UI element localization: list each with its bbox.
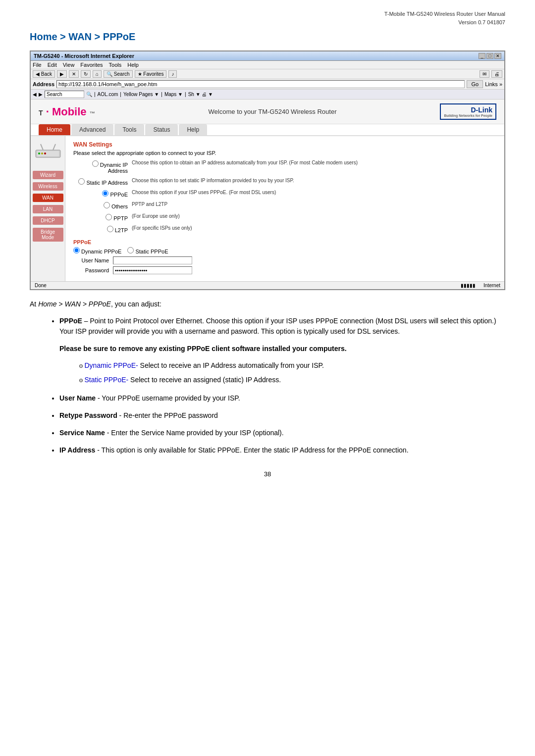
menu-tools[interactable]: Tools	[109, 62, 122, 68]
search-nav-right: ▶	[39, 92, 43, 97]
password-label: Password	[73, 267, 113, 273]
forward-button[interactable]: ▶	[57, 70, 67, 78]
username-input[interactable]	[113, 256, 192, 264]
separator: |	[94, 92, 96, 97]
wan-options: Dynamic IP Address Choose this option to…	[73, 160, 496, 235]
intro-path: Home > WAN > PPPoE	[38, 300, 111, 308]
nav-help[interactable]: Help	[179, 124, 207, 135]
retype-term: Retype Password	[59, 411, 117, 419]
svg-line-2	[41, 144, 43, 150]
nav-tools[interactable]: Tools	[114, 124, 144, 135]
home-nav-button[interactable]: ⌂	[93, 70, 102, 78]
browser-titlebar: TM-G5240 - Microsoft Internet Explorer _…	[31, 51, 504, 61]
more-bullet-list: User Name - Your PPPoE username provided…	[59, 393, 505, 455]
sidebar-wireless[interactable]: Wireless	[33, 182, 63, 191]
manual-title: T-Mobile TM-G5240 Wireless Router User M…	[30, 10, 505, 18]
separator3: |	[161, 92, 162, 97]
browser-title: TM-G5240 - Microsoft Internet Explorer	[34, 53, 134, 59]
separator2: |	[120, 92, 121, 97]
warning-text: Please be sure to remove any existing PP…	[59, 345, 505, 353]
internet-zone: Internet	[483, 283, 500, 288]
nav-status[interactable]: Status	[145, 124, 178, 135]
sidebar-dhcp[interactable]: DHCP	[33, 216, 63, 225]
dynamic-pppoe-link[interactable]: Dynamic PPPoE-	[85, 361, 138, 369]
favorites-button[interactable]: ★ Favorites	[135, 70, 167, 78]
browser-toolbar: ◀ Back ▶ ✕ ↻ ⌂ 🔍 Search ★ Favorites ♪ ✉ …	[31, 69, 504, 79]
wan-desc: Please select the appropriate option to …	[73, 150, 496, 156]
print-button[interactable]: 🖨	[491, 70, 502, 78]
menu-edit[interactable]: Edit	[48, 62, 57, 68]
username-body: Your PPPoE username provided by your ISP…	[102, 394, 240, 402]
maximize-button[interactable]: □	[486, 53, 493, 59]
sidebar-wizard[interactable]: Wizard	[33, 171, 63, 179]
svg-line-3	[53, 144, 55, 150]
menu-file[interactable]: File	[33, 62, 42, 68]
browser-menubar: File Edit View Favorites Tools Help	[31, 61, 504, 69]
stop-button[interactable]: ✕	[69, 70, 79, 78]
nav-home[interactable]: Home	[39, 124, 70, 135]
address-input[interactable]	[56, 80, 465, 88]
radio-pptp[interactable]	[106, 214, 112, 220]
main-bullet-list: PPPoE – Point to Point Protocol over Eth…	[59, 316, 505, 337]
retype-sep: -	[117, 411, 123, 419]
static-ip-label: Static IP Address	[73, 178, 128, 186]
intro-line: At Home > WAN > PPPoE, you can adjust:	[30, 300, 505, 308]
manual-version: Version 0.7 041807	[30, 18, 505, 27]
page-heading: Home > WAN > PPPoE	[30, 31, 505, 43]
radio-static-pppoe[interactable]	[127, 247, 134, 253]
close-button[interactable]: ✕	[494, 53, 501, 59]
back-button[interactable]: ◀ Back	[33, 70, 55, 78]
password-input[interactable]	[113, 266, 192, 274]
nav-advanced[interactable]: Advanced	[71, 124, 113, 135]
svg-point-5	[41, 152, 43, 154]
static-pppoe-link[interactable]: Static PPPoE-	[85, 376, 129, 384]
address-label: Address	[33, 81, 54, 87]
page-container: T-Mobile TM-G5240 Wireless Router User M…	[0, 0, 535, 498]
radio-l2tp[interactable]	[107, 226, 113, 232]
manual-info: T-Mobile TM-G5240 Wireless Router User M…	[30, 10, 505, 26]
service-body: Enter the Service Name provided by your …	[111, 429, 283, 437]
sidebar-lan[interactable]: LAN	[33, 205, 63, 213]
mail-button[interactable]: ✉	[480, 70, 489, 78]
others-desc: PPTP and L2TP	[132, 202, 496, 207]
radio-pppoe[interactable]	[102, 190, 108, 197]
option-pppoe: PPPoE Choose this option if your ISP use…	[73, 190, 496, 198]
ip-sep: -	[95, 446, 101, 454]
password-row: Password	[73, 266, 496, 274]
minimize-button[interactable]: _	[479, 53, 485, 59]
option-dynamic-ip: Dynamic IP Address Choose this option to…	[73, 160, 496, 174]
bullet-username: User Name - Your PPPoE username provided…	[59, 393, 505, 403]
sidebar-wan[interactable]: WAN	[33, 194, 63, 202]
search-nav-left: ◀	[33, 92, 37, 97]
refresh-button[interactable]: ↻	[81, 70, 91, 78]
search-icon: 🔍	[86, 92, 92, 97]
menu-help[interactable]: Help	[127, 62, 139, 68]
sub-bullet-dynamic: Dynamic PPPoE- Select to receive an IP A…	[79, 360, 505, 371]
status-right: ▮▮▮▮▮ Internet	[461, 283, 500, 288]
menu-favorites[interactable]: Favorites	[80, 62, 103, 68]
pppoe-type-radios: Dynamic PPPoE Static PPPoE	[73, 247, 496, 254]
radio-static-ip[interactable]	[78, 178, 85, 185]
sidebar-bridge-mode[interactable]: Bridge Mode	[33, 228, 63, 242]
status-done: Done	[35, 283, 47, 288]
option-pptp: PPTP (For Europe use only)	[73, 213, 496, 221]
search-toolbar-button[interactable]: 🔍 Search	[104, 70, 132, 78]
menu-view[interactable]: View	[63, 62, 75, 68]
search-box[interactable]	[45, 91, 84, 98]
pppoe-body: Point to Point Protocol over Ethernet. C…	[59, 317, 496, 335]
static-ip-desc: Choose this option to set static IP info…	[132, 178, 496, 183]
ip-body: This option is only available for Static…	[102, 446, 409, 454]
radio-dynamic-ip[interactable]	[92, 160, 99, 167]
pppoe-label: PPPoE	[73, 190, 128, 198]
radio-others[interactable]	[104, 202, 110, 208]
l2tp-label: L2TP	[73, 225, 128, 233]
page-number: 38	[30, 470, 505, 478]
media-button[interactable]: ♪	[168, 70, 177, 78]
aol-text: AOL.com	[98, 92, 118, 97]
radio-dynamic-pppoe[interactable]	[73, 247, 80, 253]
dlink-name: D-Link	[444, 106, 492, 114]
go-button[interactable]: Go	[467, 80, 483, 88]
router-sidebar: Wizard Wireless WAN LAN DHCP Bridge Mode	[31, 136, 65, 281]
sub-bullet-static: Static PPPoE- Select to receive an assig…	[79, 375, 505, 385]
option-others: Others PPTP and L2TP	[73, 202, 496, 209]
